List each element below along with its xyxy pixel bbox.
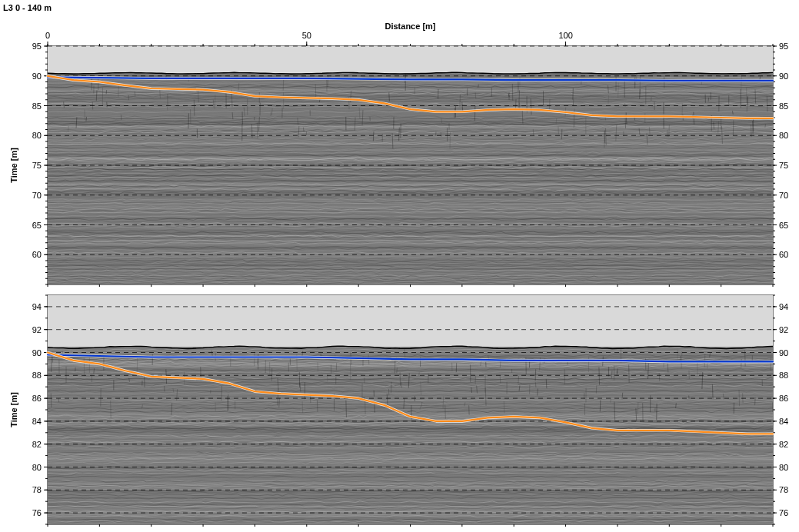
svg-line-447 xyxy=(58,398,59,402)
svg-text:100: 100 xyxy=(558,31,572,40)
svg-line-146 xyxy=(733,120,734,135)
svg-text:75: 75 xyxy=(32,161,42,170)
svg-line-473 xyxy=(629,364,630,382)
svg-text:Time [m]: Time [m] xyxy=(9,148,18,183)
svg-text:95: 95 xyxy=(32,42,42,51)
svg-line-418 xyxy=(546,379,547,388)
svg-text:85: 85 xyxy=(32,101,42,111)
svg-text:60: 60 xyxy=(779,250,788,259)
svg-line-524 xyxy=(421,402,422,407)
svg-line-471 xyxy=(419,372,420,375)
svg-line-502 xyxy=(638,402,638,414)
svg-text:65: 65 xyxy=(32,221,42,230)
svg-text:94: 94 xyxy=(32,302,42,311)
svg-rect-23 xyxy=(48,46,773,73)
svg-text:86: 86 xyxy=(32,394,42,403)
svg-line-506 xyxy=(500,361,501,367)
svg-line-173 xyxy=(215,95,215,109)
svg-line-61 xyxy=(558,127,559,135)
svg-text:80: 80 xyxy=(779,463,788,472)
svg-text:82: 82 xyxy=(32,440,42,449)
svg-line-426 xyxy=(743,393,744,403)
svg-text:80: 80 xyxy=(32,463,42,472)
svg-text:90: 90 xyxy=(32,71,42,81)
svg-text:78: 78 xyxy=(32,485,42,494)
svg-text:90: 90 xyxy=(32,348,42,357)
profile-chart: Distance [m]0501006060656570707575808085… xyxy=(3,15,796,530)
svg-line-188 xyxy=(573,99,574,106)
svg-line-100 xyxy=(767,96,767,111)
svg-line-441 xyxy=(535,369,536,381)
svg-text:60: 60 xyxy=(32,250,42,259)
page-title: L3 0 - 140 m xyxy=(3,3,799,12)
svg-line-86 xyxy=(714,122,714,129)
svg-line-397 xyxy=(318,362,318,371)
svg-line-432 xyxy=(302,401,303,413)
svg-text:94: 94 xyxy=(779,302,788,311)
svg-text:80: 80 xyxy=(779,131,788,140)
svg-text:80: 80 xyxy=(32,131,42,140)
svg-text:76: 76 xyxy=(32,508,42,517)
svg-text:76: 76 xyxy=(779,508,788,517)
svg-line-81 xyxy=(194,100,195,116)
svg-line-462 xyxy=(659,373,660,381)
chart-container: Distance [m]0501006060656570707575808085… xyxy=(3,15,799,530)
svg-text:88: 88 xyxy=(779,371,788,380)
svg-line-401 xyxy=(137,356,138,371)
svg-text:84: 84 xyxy=(779,417,788,426)
svg-text:92: 92 xyxy=(32,325,42,334)
svg-text:70: 70 xyxy=(779,191,788,200)
svg-text:Distance [m]: Distance [m] xyxy=(385,22,435,31)
svg-text:95: 95 xyxy=(779,42,788,51)
svg-line-133 xyxy=(257,123,258,138)
svg-text:90: 90 xyxy=(779,71,788,81)
svg-text:65: 65 xyxy=(779,221,788,230)
svg-line-522 xyxy=(145,376,145,387)
svg-text:78: 78 xyxy=(779,485,788,494)
svg-text:70: 70 xyxy=(32,191,42,200)
svg-text:50: 50 xyxy=(302,31,311,40)
svg-text:0: 0 xyxy=(45,31,50,40)
svg-text:75: 75 xyxy=(779,161,788,170)
svg-line-42 xyxy=(283,80,284,91)
svg-text:84: 84 xyxy=(32,417,42,426)
svg-text:82: 82 xyxy=(779,440,788,449)
svg-text:88: 88 xyxy=(32,371,42,380)
svg-line-421 xyxy=(365,401,366,414)
svg-text:92: 92 xyxy=(779,325,788,334)
svg-line-199 xyxy=(561,129,562,139)
svg-text:86: 86 xyxy=(779,394,788,403)
svg-line-476 xyxy=(739,390,740,406)
svg-text:85: 85 xyxy=(779,101,788,111)
svg-text:90: 90 xyxy=(779,348,788,357)
svg-text:Time [m]: Time [m] xyxy=(9,392,18,427)
svg-rect-345 xyxy=(48,295,773,347)
